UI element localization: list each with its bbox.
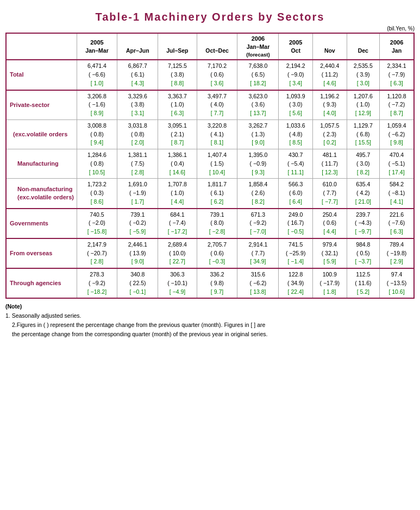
cell-pct1: ( −19.8) — [381, 249, 412, 258]
cell-main-value: 739.1 — [198, 211, 236, 219]
cell-pct2: [ 8.7] — [381, 109, 412, 118]
cell-pct1: ( 6.0) — [280, 189, 311, 198]
cell-pct1: ( 2.1) — [159, 130, 195, 139]
data-cell: 1,691.0( −1.9)[ 1.7] — [117, 179, 158, 209]
cell-pct2: [ 21.0] — [348, 198, 378, 206]
cell-main-value: 6,867.7 — [118, 62, 156, 71]
cell-pct2: [ 18.2] — [239, 79, 277, 88]
cell-pct2: [ 9.0] — [118, 257, 156, 266]
cell-pct1: ( 6.8) — [348, 130, 378, 139]
cell-main-value: 1,093.9 — [280, 92, 311, 101]
cell-pct2: [ 0.2] — [314, 138, 346, 147]
col-header-7: Dec — [347, 33, 379, 60]
cell-pct1: ( −2.0) — [78, 219, 116, 228]
cell-main-value: 1,707.8 — [159, 180, 195, 189]
cell-main-value: 1,120.8 — [381, 92, 412, 101]
cell-main-value: 740.5 — [78, 211, 116, 219]
cell-main-value: 1,129.7 — [348, 122, 378, 130]
cell-pct1: ( 1.5) — [198, 160, 236, 168]
cell-pct1: ( 0.3) — [78, 189, 116, 198]
cell-pct2: [ 9.4] — [78, 138, 116, 147]
notes-section: (Note)1. Seasonally adjusted series.2.Fi… — [5, 302, 415, 338]
note-line: (Note) — [5, 302, 415, 311]
cell-main-value: 97.4 — [381, 270, 412, 279]
cell-pct2: [ 34.9] — [239, 257, 277, 266]
cell-main-value: 278.3 — [78, 270, 116, 279]
col-header-4: 2006 Jan–Mar (forecast) — [237, 33, 279, 60]
cell-pct2: [ 5.6] — [280, 109, 311, 118]
cell-pct2: [ −1.4] — [280, 257, 311, 266]
table-row: Governments740.5( −2.0)[ −15.8]739.1( −0… — [6, 209, 414, 238]
cell-pct2: [ 10.6] — [381, 288, 412, 297]
cell-pct2: [ −4.9] — [159, 288, 195, 297]
cell-pct2: [ 17.4] — [381, 168, 412, 177]
cell-main-value: 584.2 — [381, 180, 412, 189]
cell-pct1: ( 2.6) — [239, 189, 277, 198]
data-cell: 7,638.0( 6.5)[ 18.2] — [237, 60, 279, 90]
cell-pct1: ( 0.4) — [159, 160, 195, 168]
data-cell: 3,623.0( 3.6)[ 13.7] — [237, 90, 279, 120]
data-cell: 7,170.2( 0.6)[ 3.6] — [197, 60, 237, 90]
cell-main-value: 3,095.1 — [159, 122, 195, 130]
cell-pct2: [ −3.7] — [348, 257, 378, 266]
cell-main-value: 340.8 — [118, 270, 156, 279]
cell-pct2: [ 4.1] — [381, 198, 412, 206]
cell-main-value: 470.4 — [381, 151, 412, 160]
cell-main-value: 739.1 — [118, 211, 156, 219]
data-cell: 3,220.8( 4.1)[ 8.1] — [197, 119, 237, 149]
cell-main-value: 1,196.2 — [314, 92, 346, 101]
cell-pct2: [ 6.3] — [381, 79, 412, 88]
data-cell: 2,334.1( −7.9)[ 6.3] — [380, 60, 414, 90]
cell-pct2: [ −0.5] — [280, 228, 311, 236]
cell-pct2: [ 8.7] — [159, 138, 195, 147]
col-header-8: 2006 Jan — [380, 33, 414, 60]
cell-main-value: 2,705.7 — [198, 241, 236, 249]
cell-pct1: ( 16.7) — [280, 219, 311, 228]
cell-main-value: 3,031.8 — [118, 122, 156, 130]
cell-main-value: 3,206.8 — [78, 92, 116, 101]
cell-pct1: ( 32.1) — [314, 249, 346, 258]
cell-main-value: 430.7 — [280, 151, 311, 160]
data-cell: 3,095.1( 2.1)[ 8.7] — [158, 119, 197, 149]
data-cell: 3,031.8( 0.8)[ 2.0] — [117, 119, 158, 149]
cell-main-value: 122.8 — [280, 270, 311, 279]
cell-main-value: 2,535.5 — [348, 62, 378, 71]
cell-pct1: ( 1.3) — [239, 130, 277, 139]
data-cell: 3,497.7( 4.0)[ 7.7] — [197, 90, 237, 120]
data-cell: 1,381.1( 7.5)[ 2.8] — [117, 149, 158, 179]
row-label: (exc.volatile orders — [6, 119, 77, 149]
cell-main-value: 336.2 — [198, 270, 236, 279]
table-row: Non-manufacturing (exc.volatile orders)1… — [6, 179, 414, 209]
data-cell: 1,196.2( 9.3)[ 4.0] — [313, 90, 347, 120]
data-cell: 278.3( −9.2)[ −18.2] — [77, 268, 117, 298]
data-cell: 739.1( 8.0)[ −2.8] — [197, 209, 237, 238]
data-cell: 671.3( −9.2)[ −7.0] — [237, 209, 279, 238]
cell-main-value: 1,811.7 — [198, 180, 236, 189]
cell-pct1: ( 6.1) — [118, 71, 156, 79]
data-cell: 984.8( 0.5)[ −3.7] — [347, 238, 379, 268]
row-label: Manufacturing — [6, 149, 77, 179]
data-cell: 2,535.5( 3.9)[ 3.0] — [347, 60, 379, 90]
data-cell: 2,440.4( 11.2)[ 4.6] — [313, 60, 347, 90]
cell-pct1: ( 7.7) — [239, 249, 277, 258]
row-label: From overseas — [6, 238, 77, 268]
cell-pct1: ( 3.8) — [118, 100, 156, 109]
data-cell: 336.2( 9.8)[ 9.7] — [197, 268, 237, 298]
cell-pct1: ( 7.5) — [118, 160, 156, 168]
cell-pct2: [ 5.2] — [348, 288, 378, 297]
cell-main-value: 112.5 — [348, 270, 378, 279]
data-cell: 3,206.8( −1.6)[ 8.9] — [77, 90, 117, 120]
cell-pct2: [ −7.7] — [314, 198, 346, 206]
cell-main-value: 1,059.4 — [381, 122, 412, 130]
cell-pct1: ( −1.6) — [78, 100, 116, 109]
table-row: Private-sector3,206.8( −1.6)[ 8.9]3,329.… — [6, 90, 414, 120]
cell-pct1: ( 9.8) — [198, 279, 236, 288]
cell-main-value: 979.4 — [314, 241, 346, 249]
cell-pct2: [ 3.4] — [280, 79, 311, 88]
cell-pct2: [ 22.7] — [159, 257, 195, 266]
cell-pct2: [ 8.9] — [78, 109, 116, 118]
cell-main-value: 3,623.0 — [239, 92, 277, 101]
cell-pct1: ( 0.5) — [348, 249, 378, 258]
note-line: 1. Seasonally adjusted series. — [5, 311, 415, 320]
cell-main-value: 610.0 — [314, 180, 346, 189]
